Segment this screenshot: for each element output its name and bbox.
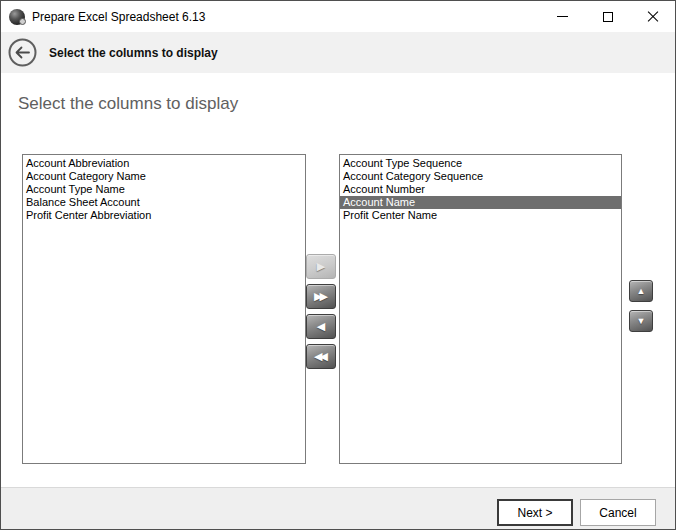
arrow-left-icon [8, 38, 37, 67]
transfer-button-group: ▶ ▶▶ ◀ ◀◀ [306, 254, 336, 369]
maximize-icon [603, 12, 613, 22]
list-item[interactable]: Account Category Sequence [340, 170, 621, 183]
window-controls [540, 1, 675, 32]
double-arrow-right-icon: ▶▶ [314, 291, 328, 302]
maximize-button[interactable] [585, 1, 630, 32]
list-item[interactable]: Account Name [340, 196, 621, 209]
arrow-down-icon: ▼ [637, 317, 646, 326]
move-left-button[interactable]: ◀ [306, 314, 336, 339]
minimize-icon [557, 16, 568, 17]
list-item[interactable]: Account Type Sequence [340, 157, 621, 170]
back-button[interactable] [8, 38, 37, 67]
available-columns-listbox[interactable]: Account AbbreviationAccount Category Nam… [22, 154, 306, 464]
minimize-button[interactable] [540, 1, 585, 32]
arrow-right-icon: ▶ [317, 261, 325, 272]
displayed-columns-listbox[interactable]: Account Type SequenceAccount Category Se… [339, 154, 622, 464]
wizard-header: Select the columns to display [1, 32, 675, 73]
move-right-button[interactable]: ▶ [306, 254, 336, 279]
title-bar: Prepare Excel Spreadsheet 6.13 [1, 1, 675, 32]
list-item[interactable]: Profit Center Abbreviation [23, 209, 305, 222]
reorder-button-group: ▲ ▼ [629, 280, 653, 332]
dialog-window: Prepare Excel Spreadsheet 6.13 Select th… [0, 0, 676, 530]
list-item[interactable]: Account Type Name [23, 183, 305, 196]
arrow-left-transfer-icon: ◀ [317, 321, 325, 332]
window-title: Prepare Excel Spreadsheet 6.13 [32, 10, 205, 24]
list-item[interactable]: Account Number [340, 183, 621, 196]
list-item[interactable]: Balance Sheet Account [23, 196, 305, 209]
close-icon [647, 11, 659, 23]
app-logo-icon [9, 9, 25, 25]
page-title: Select the columns to display [18, 94, 238, 114]
cancel-button[interactable]: Cancel [580, 499, 656, 526]
arrow-up-icon: ▲ [637, 287, 646, 296]
list-item[interactable]: Account Category Name [23, 170, 305, 183]
wizard-step-title: Select the columns to display [49, 46, 218, 60]
close-button[interactable] [630, 1, 675, 32]
move-up-button[interactable]: ▲ [629, 280, 653, 302]
move-all-right-button[interactable]: ▶▶ [306, 284, 336, 309]
double-arrow-left-icon: ◀◀ [314, 351, 328, 362]
list-item[interactable]: Profit Center Name [340, 209, 621, 222]
list-item[interactable]: Account Abbreviation [23, 157, 305, 170]
move-down-button[interactable]: ▼ [629, 310, 653, 332]
footer-bar: Next > Cancel [1, 487, 675, 530]
move-all-left-button[interactable]: ◀◀ [306, 344, 336, 369]
next-button[interactable]: Next > [497, 499, 573, 526]
